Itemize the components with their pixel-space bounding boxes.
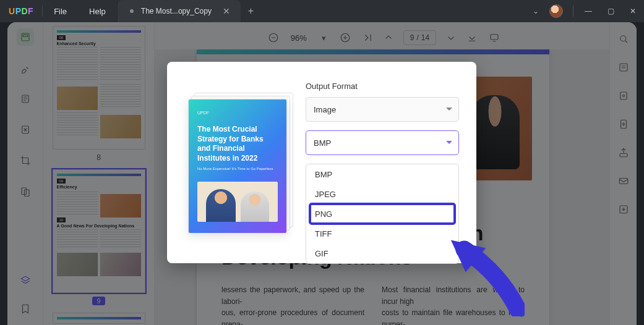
- cover-brand: UPDF: [197, 111, 278, 115]
- export-dialog: UPDF The Most Crucial Strategy for Banks…: [167, 62, 476, 263]
- tab-close-icon[interactable]: ✕: [223, 6, 230, 16]
- chevron-down-icon: [446, 141, 452, 144]
- format-option-png[interactable]: PNG: [306, 204, 458, 224]
- chevron-down-icon: [446, 108, 452, 111]
- tab-title: The Most...opy_Copy: [141, 7, 212, 15]
- cover-photo: [197, 182, 278, 222]
- format-option-gif[interactable]: GIF: [306, 243, 458, 263]
- output-type-select[interactable]: Image: [306, 97, 459, 122]
- tab-dirty-dot: [130, 9, 134, 13]
- format-option-bmp[interactable]: BMP: [306, 164, 458, 184]
- export-preview-stack: UPDF The Most Crucial Strategy for Banks…: [188, 93, 293, 235]
- window-close-button[interactable]: ✕: [622, 7, 644, 15]
- image-format-dropdown: BMP JPEG PNG TIFF GIF: [306, 164, 459, 264]
- image-format-select[interactable]: BMP: [306, 130, 459, 155]
- format-option-jpeg[interactable]: JPEG: [306, 184, 458, 204]
- tabs-overflow-icon[interactable]: ⌄: [528, 7, 543, 15]
- cover-title: The Most Crucial Strategy for Banks and …: [197, 125, 272, 163]
- menu-file[interactable]: File: [43, 7, 78, 16]
- app-logo: UPDF: [0, 6, 42, 16]
- titlebar: UPDF File Help The Most...opy_Copy ✕ + ⌄…: [0, 0, 644, 22]
- cover-subtitle: No More Expensive! It's Time to Go Paper…: [197, 167, 278, 171]
- menu-help[interactable]: Help: [78, 7, 117, 16]
- new-tab-button[interactable]: +: [241, 6, 261, 17]
- select-value: Image: [314, 105, 336, 114]
- window-maximize-button[interactable]: ▢: [599, 7, 622, 15]
- window-minimize-button[interactable]: —: [577, 7, 599, 15]
- document-tab[interactable]: The Most...opy_Copy ✕: [117, 0, 241, 22]
- export-preview-cover: UPDF The Most Crucial Strategy for Banks…: [189, 99, 286, 233]
- format-option-tiff[interactable]: TIFF: [306, 224, 458, 243]
- avatar[interactable]: [549, 4, 563, 18]
- output-format-label: Output Format: [306, 82, 459, 91]
- select-value: BMP: [314, 138, 331, 148]
